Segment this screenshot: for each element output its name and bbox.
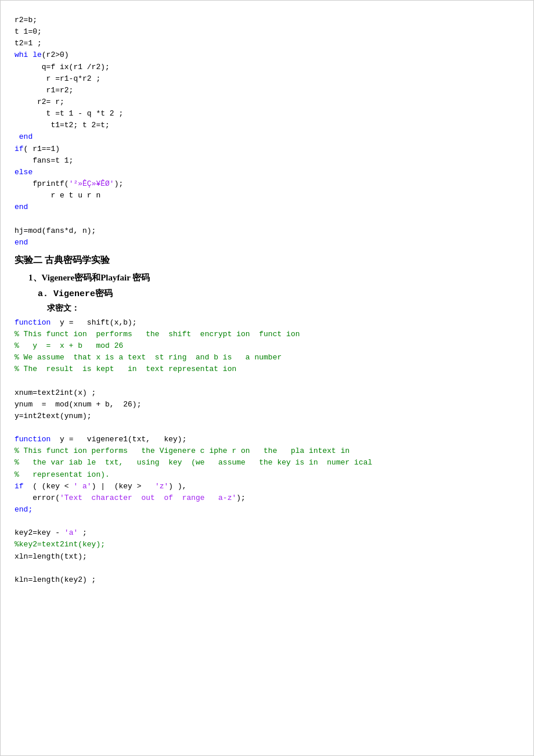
code-text: ( (key < [24,482,74,491]
code-text: fans=t 1; [15,156,73,165]
code-line: if( r1==1) [15,143,519,155]
code-line: key2=key - 'a' ; [15,527,519,539]
code-text: key2=key - [15,528,64,537]
code-text: r2=b; [15,16,37,24]
sub-title-1: 1、Vigenere密码和Playfair 密码 [28,271,519,285]
code-line: xnum=text2int(x) ; [15,387,519,399]
code-line: whi le(r2>0) [15,49,519,61]
sub-title-3: 求密文： [47,302,519,315]
code-text: xln=length(txt); [15,552,87,561]
code-text: t 1=0; [15,27,42,36]
keyword: function [15,435,50,444]
code-block-2: function y = shift(x,b); % This funct io… [15,317,519,586]
code-line: kln=length(key2) ; [15,574,519,586]
string-literal: '²»ÊÇ»¥ÊØ' [69,179,114,188]
code-line: function y = shift(x,b); [15,317,519,329]
label-a: a. Vigenere密码 [38,289,113,299]
code-line: fans=t 1; [15,155,519,167]
code-line: end [15,237,519,249]
keyword: end [15,238,28,247]
code-line: % y = x + b mod 26 [15,340,519,352]
code-text: ); [114,179,124,188]
code-line: end [15,131,519,143]
string-literal: 'z' [155,482,168,491]
code-block-1: r2=b; t 1=0; t2=1 ; whi le(r2>0) q=f ix(… [15,15,519,249]
code-text: r2= r; [15,98,64,106]
keyword: if [15,482,24,491]
code-text: ( r1==1) [24,145,60,153]
page-container: r2=b; t 1=0; t2=1 ; whi le(r2>0) q=f ix(… [0,0,534,756]
keyword: end; [15,505,33,514]
code-text: r1=r2; [15,86,73,95]
code-line: r =r1-q*r2 ; [15,73,519,85]
code-text: y = vigenere1(txt, key); [50,435,186,444]
code-text: hj=mod(fans*d, n); [15,226,96,235]
code-text: ; [78,528,87,537]
code-text: kln=length(key2) ; [15,575,96,584]
code-line [15,422,519,434]
code-text: y = shift(x,b); [50,318,136,327]
code-text: t2=1 ; [15,39,42,48]
code-line: ynum = mod(xnum + b, 26); [15,399,519,411]
code-line: r1=r2; [15,85,519,96]
code-text: error( [15,494,60,502]
comment: % y = x + b mod 26 [15,341,123,350]
code-text [15,517,19,525]
code-line: end [15,201,519,213]
code-text: fprintf( [15,179,69,188]
code-line: fprintf('²»ÊÇ»¥ÊØ'); [15,178,519,190]
code-text [15,564,19,573]
code-text: xnum=text2int(x) ; [15,388,96,397]
code-text [15,214,19,223]
code-line [15,213,519,225]
code-line: % This funct ion performs the Vigenere c… [15,445,519,457]
keyword: else [15,168,33,177]
code-text: ) ), [168,482,186,491]
code-line: r e t u r n [15,190,519,201]
code-line: xln=length(txt); [15,551,519,563]
code-line [15,516,519,527]
keyword: whi le [15,51,42,59]
code-line: % This funct ion performs the shift encr… [15,329,519,340]
keyword: end [15,132,33,141]
keyword: end [15,203,28,211]
string-literal: ' a' [73,482,91,491]
code-text: r e t u r n [15,191,100,200]
code-text: t =t 1 - q *t 2 ; [15,109,123,118]
keyword: function [15,318,50,327]
code-line: else [15,167,519,178]
code-text: ) | (key > [92,482,155,491]
comment: % the var iab le txt, using key (we assu… [15,458,372,467]
code-text: r =r1-q*r2 ; [15,74,100,83]
comment: % This funct ion performs the shift encr… [15,330,300,339]
code-line: t 1=0; [15,26,519,38]
code-text [15,377,19,386]
comment: % This funct ion performs the Vigenere c… [15,447,349,455]
code-line: %key2=text2int(key); [15,539,519,550]
code-text: q=f ix(r1 /r2); [15,63,110,71]
code-text: (r2>0) [42,51,69,59]
code-line: % the var iab le txt, using key (we assu… [15,457,519,469]
code-line: r2= r; [15,96,519,108]
code-line: % We assume that x is a text st ring and… [15,352,519,363]
code-line: y=int2text(ynum); [15,411,519,422]
comment: %key2=text2int(key); [15,540,105,549]
code-line: hj=mod(fans*d, n); [15,225,519,237]
code-line: error('Text character out of range a-z')… [15,492,519,504]
code-line: % The result is kept in text representat… [15,363,519,375]
code-line: r2=b; [15,15,519,26]
keyword: if [15,145,24,153]
section-title: 实验二 古典密码学实验 [15,253,519,268]
code-line: % representat ion). [15,469,519,481]
code-line: t =t 1 - q *t 2 ; [15,108,519,120]
code-text: t1=t2; t 2=t; [15,121,110,129]
code-text: y=int2text(ynum); [15,412,92,420]
sub-title-2: a. Vigenere密码 [38,287,519,301]
code-line: t2=1 ; [15,38,519,49]
code-line: if ( (key < ' a') | (key > 'z') ), [15,481,519,492]
code-line [15,376,519,387]
code-text: ynum = mod(xnum + b, 26); [15,400,141,409]
code-line [15,563,519,574]
code-line: t1=t2; t 2=t; [15,120,519,131]
comment: % We assume that x is a text st ring and… [15,353,282,362]
